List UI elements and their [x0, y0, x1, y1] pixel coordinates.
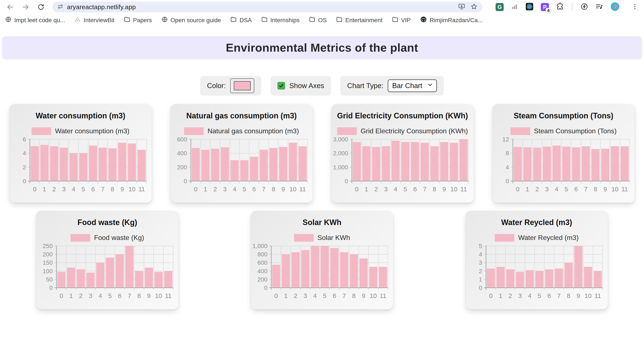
folder-icon: [336, 16, 342, 24]
svg-text:11: 11: [621, 186, 628, 192]
svg-text:10: 10: [370, 292, 377, 299]
chart-legend: Water Reycled (m3): [466, 234, 608, 242]
svg-text:800: 800: [258, 251, 268, 258]
chart-title: Food waste (Kg): [36, 218, 178, 227]
svg-text:10: 10: [584, 292, 592, 299]
svg-text:7: 7: [584, 186, 588, 192]
folder-icon: [392, 16, 398, 24]
bookmark-os[interactable]: OS: [309, 16, 327, 24]
chart-card-steam-consumption-tons: Steam Consumption (Tons)Steam Consumptio…: [492, 104, 634, 203]
kebab-menu-icon[interactable]: [631, 3, 638, 11]
reload-icon[interactable]: [36, 2, 46, 12]
extensions-puzzle-icon[interactable]: [556, 3, 564, 11]
legend-label: Solar KWh: [318, 234, 350, 242]
chart-card-water-reycled-m3: Water Reycled (m3)Water Reycled (m3)0123…: [466, 211, 608, 309]
svg-text:2: 2: [479, 268, 482, 274]
svg-text:4: 4: [313, 292, 317, 299]
legend-label: Natural gas consumption (m3): [208, 127, 299, 135]
site-stats-icon[interactable]: [511, 3, 518, 11]
bookmark-rimjimrazdan-ca[interactable]: RimjimRazdan/Ca...: [420, 16, 483, 24]
install-app-icon[interactable]: [458, 3, 465, 11]
show-axes-control-card: Show Axes: [270, 76, 331, 96]
svg-text:4: 4: [506, 164, 509, 171]
svg-text:6: 6: [252, 186, 256, 192]
chart-type-control-card: Chart Type: Bar Chart: [340, 76, 444, 96]
reading-playlist-icon[interactable]: [596, 3, 603, 11]
svg-text:5: 5: [242, 186, 246, 192]
password-manager-icon[interactable]: P4: [541, 3, 549, 11]
svg-text:9: 9: [120, 186, 124, 192]
svg-text:9: 9: [603, 186, 607, 192]
svg-text:1: 1: [365, 186, 368, 192]
chart-card-grid-electricity-consumption-kwh: Grid Electricity Consumption (KWh)Grid E…: [332, 104, 474, 203]
chart-legend: Food waste (Kg): [36, 234, 178, 242]
color-picker-input[interactable]: [230, 78, 254, 93]
bookmark-impt-leet-code-qu[interactable]: Impt leet code qu...: [5, 16, 65, 24]
chart-card-food-waste-kg: Food waste (Kg)Food waste (Kg)0501001502…: [36, 211, 178, 309]
bookmark-entertainment[interactable]: Entertainment: [336, 16, 382, 24]
legend-label: Food waste (Kg): [94, 234, 144, 242]
svg-text:4: 4: [98, 292, 102, 299]
site-settings-icon[interactable]: [57, 4, 64, 11]
svg-text:2: 2: [508, 292, 512, 299]
show-axes-checkbox[interactable]: [278, 82, 285, 90]
bookmark-vip[interactable]: VIP: [392, 16, 411, 24]
energy-saver-icon[interactable]: [580, 3, 588, 11]
chart-legend: Solar KWh: [251, 234, 393, 242]
svg-text:5: 5: [479, 243, 482, 249]
bookmark-dsa[interactable]: DSA: [230, 16, 252, 24]
address-bar[interactable]: aryareactapp.netlify.app: [52, 2, 482, 12]
bookmark-label: DSA: [240, 17, 252, 24]
legend-label: Grid Electricity Consumption (KWh): [360, 127, 468, 135]
grammarly-letter: G: [498, 4, 502, 10]
svg-text:11: 11: [138, 186, 145, 192]
profile-avatar-icon[interactable]: [610, 2, 620, 12]
svg-text:10: 10: [289, 186, 296, 192]
svg-text:11: 11: [299, 186, 306, 192]
svg-text:400: 400: [258, 268, 268, 274]
svg-text:4: 4: [479, 251, 482, 258]
legend-swatch: [337, 127, 357, 135]
svg-text:3,000: 3,000: [333, 136, 348, 143]
svg-text:2: 2: [213, 186, 217, 192]
browser-chrome: aryareactapp.netlify.app GP4 Impt leet c…: [0, 0, 644, 26]
bookmark-label: RimjimRazdan/Ca...: [430, 17, 483, 24]
bookmark-star-icon[interactable]: [470, 3, 478, 11]
svg-text:3: 3: [518, 292, 522, 299]
svg-text:10: 10: [128, 186, 135, 192]
forward-arrow-icon[interactable]: [21, 2, 30, 12]
svg-text:0: 0: [355, 186, 358, 192]
svg-text:3: 3: [223, 186, 227, 192]
svg-text:0: 0: [60, 292, 63, 299]
chart-legend: Steam Consumption (Tons): [492, 127, 634, 135]
chart-type-select[interactable]: Bar Chart: [388, 79, 437, 92]
back-arrow-icon[interactable]: [6, 2, 15, 12]
svg-text:0: 0: [489, 292, 492, 299]
chevron-down-icon: [427, 82, 433, 90]
svg-text:8: 8: [567, 292, 570, 299]
bookmark-open-source-guide[interactable]: Open source guide: [162, 16, 221, 24]
chart-legend: Natural gas consumption (m3): [170, 127, 312, 135]
svg-text:9: 9: [442, 186, 446, 192]
svg-text:0: 0: [516, 186, 520, 192]
bookmark-internships[interactable]: Internships: [261, 16, 300, 24]
svg-text:4: 4: [22, 150, 26, 156]
svg-text:0: 0: [274, 292, 278, 299]
bookmark-label: Internships: [270, 17, 300, 24]
svg-text:0: 0: [33, 186, 36, 192]
bookmark-interviewbit[interactable]: InterviewBit: [74, 16, 114, 24]
svg-text:8: 8: [594, 186, 597, 192]
react-devtools-icon[interactable]: [526, 2, 534, 12]
svg-text:5: 5: [564, 186, 568, 192]
svg-text:0: 0: [50, 284, 53, 291]
bookmark-papers[interactable]: Papers: [124, 16, 152, 24]
page-title: Environmental Metrics of the plant: [226, 41, 418, 54]
bookmark-label: Open source guide: [170, 17, 221, 24]
svg-text:200: 200: [43, 251, 53, 258]
controls-bar: Color: Show Axes Chart Type: Bar Chart: [0, 76, 644, 96]
grammarly-icon[interactable]: G: [496, 3, 504, 11]
legend-swatch: [294, 234, 314, 242]
svg-text:9: 9: [362, 292, 366, 299]
chart-title: Natural gas consumption (m3): [170, 111, 312, 120]
svg-text:3: 3: [304, 292, 307, 299]
